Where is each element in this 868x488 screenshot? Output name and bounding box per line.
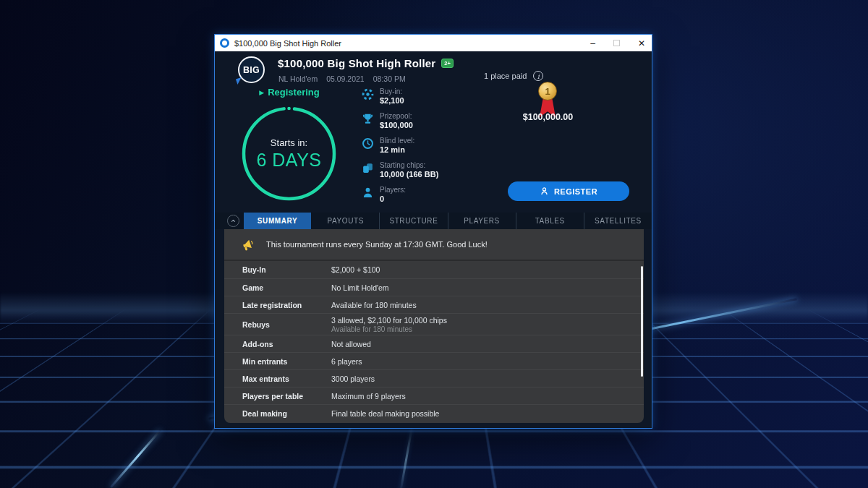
places-paid-text: 1 place paid xyxy=(484,72,527,80)
tournament-lobby-window: $100,000 Big Shot High Roller – ✕ BIG $1… xyxy=(214,34,652,429)
stat-label: Blind level: xyxy=(380,137,414,145)
stat-starting-chips: Starting chips:10,000 (166 BB) xyxy=(362,161,438,179)
window-titlebar: $100,000 Big Shot High Roller – ✕ xyxy=(215,35,652,51)
lobby-tabbar: SUMMARY PAYOUTS STRUCTURE PLAYERS TABLES… xyxy=(215,213,652,229)
tab[interactable]: SATELLITES xyxy=(584,213,652,229)
light-beam xyxy=(110,429,161,488)
row-values: Available for 180 minutes xyxy=(331,301,417,309)
row-value: Final table deal making possible xyxy=(331,409,439,418)
tab[interactable]: PLAYERS xyxy=(448,213,516,229)
scrollbar-thumb[interactable] xyxy=(641,266,643,377)
row-label: Max entrants xyxy=(242,374,331,383)
chips-stack-icon xyxy=(362,162,374,174)
lobby-body: BIG $100,000 Big Shot High Roller 2+ NL … xyxy=(215,51,652,428)
row-value: 3 allowed, $2,100 for 10,000 chips xyxy=(331,316,447,325)
table-row: Late registration Available for 180 minu… xyxy=(224,296,644,313)
row-values: 3 allowed, $2,100 for 10,000 chips Avail… xyxy=(331,316,447,333)
row-value: Maximum of 9 players xyxy=(331,392,406,401)
window-title: $100,000 Big Shot High Roller xyxy=(234,39,585,48)
row-label: Players per table xyxy=(242,392,331,401)
countdown-ring: Starts in: 6 DAYS xyxy=(240,105,338,202)
maximize-icon xyxy=(613,40,620,46)
summary-table: Buy-In $2,000 + $100 Game No Limit Hold'… xyxy=(224,261,644,421)
stat-value: $100,000 xyxy=(380,121,413,129)
megaphone-icon xyxy=(240,237,255,252)
row-values: Final table deal making possible xyxy=(331,409,439,418)
rebuy-badge: 2+ xyxy=(441,59,454,69)
row-values: Not allowed xyxy=(331,340,371,348)
announcement-banner: This tournament runs every Sunday at 17:… xyxy=(224,229,644,261)
row-value: 6 players xyxy=(331,357,362,366)
game-type: NL Hold'em xyxy=(278,74,318,83)
tab[interactable]: PAYOUTS xyxy=(311,213,379,229)
row-value: Available for 180 minutes xyxy=(331,301,417,309)
tab[interactable]: SUMMARY xyxy=(244,213,311,229)
tournament-stats: Buy-in:$2,100 Prizepool:$100,000 Blind l… xyxy=(362,87,438,203)
stat-label: Buy-in: xyxy=(380,87,404,95)
table-row: Max entrants 3000 players xyxy=(224,369,644,387)
row-label: Late registration xyxy=(242,301,331,309)
collapse-panel-button[interactable] xyxy=(227,215,239,227)
stat-value: 12 min xyxy=(380,145,414,154)
row-values: 3000 players xyxy=(331,374,375,383)
app-logo-icon xyxy=(220,38,229,48)
row-label: Add-ons xyxy=(242,340,331,348)
register-button[interactable]: REGISTER xyxy=(508,181,629,201)
tab[interactable]: STRUCTURE xyxy=(379,213,447,229)
maximize-button[interactable] xyxy=(613,40,620,46)
play-icon: ▶ xyxy=(259,89,264,96)
row-values: No Limit Hold'em xyxy=(331,283,389,292)
info-icon[interactable]: i xyxy=(533,71,543,81)
table-row: Rebuys 3 allowed, $2,100 for 10,000 chip… xyxy=(224,313,644,335)
row-label: Game xyxy=(242,283,331,292)
row-secondary-value: Available for 180 minutes xyxy=(331,325,447,333)
stat-label: Starting chips: xyxy=(380,161,438,169)
start-time: 08:30 PM xyxy=(373,74,406,83)
medal-coin-icon: 1 xyxy=(538,82,557,100)
stat-label: Prizepool: xyxy=(380,112,413,120)
table-row: Buy-In $2,000 + $100 xyxy=(224,261,644,278)
row-label: Min entrants xyxy=(242,357,331,366)
row-label: Rebuys xyxy=(242,320,331,329)
row-values: 6 players xyxy=(331,357,362,366)
trophy-icon xyxy=(362,113,374,125)
table-row: Players per table Maximum of 9 players xyxy=(224,387,644,404)
minimize-button[interactable]: – xyxy=(590,39,595,48)
tournament-header: $100,000 Big Shot High Roller 2+ xyxy=(278,57,454,69)
row-values: Maximum of 9 players xyxy=(331,392,406,401)
start-date: 05.09.2021 xyxy=(326,74,365,83)
light-beam xyxy=(399,428,412,488)
tab-list: SUMMARY PAYOUTS STRUCTURE PLAYERS TABLES… xyxy=(244,213,652,229)
stat-value: 0 xyxy=(380,194,406,203)
summary-panel: This tournament runs every Sunday at 17:… xyxy=(224,229,644,423)
table-row: Min entrants 6 players xyxy=(224,352,644,369)
row-label: Buy-In xyxy=(242,265,331,274)
stat-players: Players:0 xyxy=(362,186,438,203)
places-paid: 1 place paid i xyxy=(484,71,543,81)
clock-icon xyxy=(362,137,374,150)
stat-value: 10,000 (166 BB) xyxy=(380,170,438,179)
tournament-subtitle: NL Hold'em 05.09.2021 08:30 PM xyxy=(278,74,406,83)
starts-in-label: Starts in: xyxy=(271,137,307,148)
first-prize-amount: $100,000.00 xyxy=(495,112,600,122)
register-person-icon xyxy=(540,187,549,196)
row-values: $2,000 + $100 xyxy=(331,265,380,274)
register-button-label: REGISTER xyxy=(554,187,597,196)
table-row: Game No Limit Hold'em xyxy=(224,278,644,296)
stat-label: Players: xyxy=(380,186,406,194)
table-row: Deal making Final table deal making poss… xyxy=(224,404,644,421)
table-row: Add-ons Not allowed xyxy=(224,335,644,352)
tournament-logo: BIG xyxy=(238,56,265,83)
starts-in-value: 6 DAYS xyxy=(256,150,321,171)
chevron-up-icon xyxy=(229,217,237,225)
row-label: Deal making xyxy=(242,409,331,418)
announcement-text: This tournament runs every Sunday at 17:… xyxy=(266,240,488,249)
stat-prizepool: Prizepool:$100,000 xyxy=(362,112,438,129)
status-label: Registering xyxy=(268,87,320,98)
tab[interactable]: TABLES xyxy=(516,213,584,229)
row-value: $2,000 + $100 xyxy=(331,265,380,274)
row-value: 3000 players xyxy=(331,374,375,383)
tournament-title: $100,000 Big Shot High Roller xyxy=(278,57,435,69)
registration-status: ▶Registering xyxy=(237,87,342,98)
close-button[interactable]: ✕ xyxy=(638,39,645,48)
